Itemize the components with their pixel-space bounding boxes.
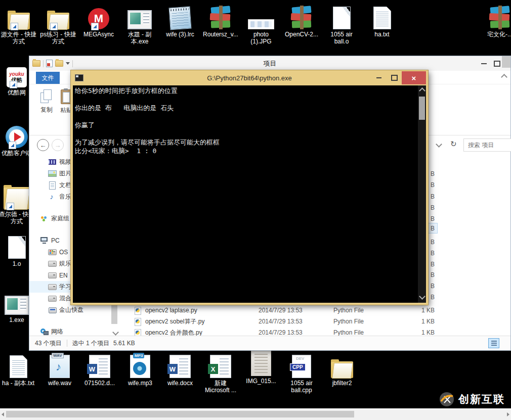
shortcut-arrow-icon	[91, 23, 99, 30]
scroll-down-icon[interactable]	[419, 293, 425, 300]
photo-thumbnail-icon	[248, 4, 274, 29]
copy-button[interactable]: 复制	[40, 89, 53, 114]
icon-label: 1.o	[13, 260, 21, 267]
minimize-button[interactable]	[481, 63, 487, 64]
wav-file-icon	[50, 353, 70, 378]
icon-label: 优酷客户端	[2, 150, 32, 157]
forward-button[interactable]: →	[52, 139, 64, 151]
search-input[interactable]	[467, 139, 509, 151]
blank-file-icon	[333, 4, 351, 29]
folder-icon	[331, 353, 353, 378]
blank-file-icon	[8, 234, 26, 259]
back-button[interactable]: ←	[37, 139, 49, 151]
desktop-icon-wife-lrc[interactable]: wife (3).lrc	[161, 4, 199, 38]
icon-label: 新建 Microsoft ...	[202, 380, 239, 394]
os-drive-icon	[48, 249, 57, 255]
console-line: 你出的是 布 电脑出的是 石头	[73, 104, 426, 112]
text-file-icon	[373, 4, 391, 29]
desktop-icon-ha-txt[interactable]: ha.txt	[363, 4, 401, 38]
refresh-icon[interactable]: ↻	[450, 139, 457, 149]
desktop-icon-img-photo[interactable]: IMG_015...	[242, 351, 280, 385]
desktop-icon-source-folder[interactable]: 源文件 - 快捷方式	[0, 4, 38, 45]
explorer-titlebar[interactable]: 项目	[29, 56, 510, 71]
console-line	[73, 112, 426, 121]
icon-label: 1055 air ball.o	[323, 31, 360, 45]
desktop-icon-airball-o[interactable]: 1055 air ball.o	[322, 4, 361, 45]
cpp-file-icon	[292, 353, 311, 378]
window-title: 项目	[29, 59, 510, 68]
details-view-button[interactable]	[488, 338, 499, 348]
python-file-icon	[135, 318, 141, 326]
console-line: 为了减少误判，请尽可能将手占据尽可能大的框框	[73, 138, 426, 147]
tree-scrollbar-thumb[interactable]	[111, 303, 117, 324]
photo-file-icon	[251, 351, 271, 376]
watermark: 创新互联	[439, 392, 505, 407]
file-date: 2014/7/29 13:53	[259, 316, 303, 327]
icon-label: ha - 副本.txt	[2, 380, 34, 387]
notepad-icon	[169, 4, 191, 29]
icon-label: ha.txt	[374, 31, 389, 38]
console-text: 给你5秒的时间把手放到方框的位置 你出的是 布 电脑出的是 石头 你赢了 为了减…	[73, 85, 426, 155]
file-size: 1 KB	[401, 305, 435, 316]
console-maximize-button[interactable]	[387, 71, 402, 84]
drive-icon	[48, 272, 57, 278]
console-titlebar[interactable]: G:\Python27bit64\python.exe ×	[71, 70, 428, 85]
horizontal-scrollbar[interactable]	[0, 408, 511, 420]
collapse-ribbon-icon[interactable]	[501, 74, 507, 80]
icon-label: 源文件 - 快捷方式	[0, 31, 37, 45]
table-row[interactable]: opencv2 sobel算子.py 2014/7/29 13:53 Pytho…	[118, 316, 510, 327]
search-box[interactable]	[463, 138, 511, 152]
scroll-left-icon[interactable]	[2, 412, 4, 416]
desktop-icon-zhaiwenhua-rar[interactable]: 宅文化-...	[481, 4, 511, 38]
desktop-icon-jbfilter2[interactable]: jbfilter2	[323, 353, 361, 387]
desktop-icon-wife-wav[interactable]: wife.wav	[40, 353, 79, 387]
scrollbar-thumb[interactable]	[6, 411, 354, 417]
console-scrollbar[interactable]	[418, 85, 426, 303]
file-size: 1 KB	[401, 316, 435, 327]
copy-icon	[40, 89, 53, 104]
tab-file[interactable]: 文件	[36, 72, 60, 84]
desktop-icon-opencv-rar[interactable]: OpenCV-2...	[282, 4, 321, 38]
close-button[interactable]	[502, 56, 510, 68]
maximize-button[interactable]	[494, 61, 500, 67]
address-dropdown-icon[interactable]	[436, 141, 442, 148]
file-type: Python File	[333, 316, 364, 327]
drive-icon	[48, 296, 57, 302]
winrar-icon	[209, 4, 232, 29]
word-file-icon	[89, 353, 110, 378]
desktop-icon-wife-mp3[interactable]: wife.mp3	[121, 353, 159, 387]
icon-label: 1.exe	[9, 316, 24, 323]
shortcut-arrow-icon	[7, 203, 14, 210]
table-row[interactable]: opencv2 laplase.py 2014/7/29 13:53 Pytho…	[118, 305, 510, 316]
file-name: opencv2 laplase.py	[145, 305, 197, 316]
console-line: 给你5秒的时间把手放到方框的位置	[73, 86, 426, 95]
icon-label: jbfilter2	[332, 380, 352, 387]
desktop-icon-photo-jpg[interactable]: photo (1).JPG	[242, 4, 280, 45]
play-button-icon	[6, 123, 28, 148]
desktop-icon-shuiti-exe[interactable]: 水題 - 副本.exe	[120, 4, 159, 45]
icon-label: wife (3).lrc	[166, 31, 194, 38]
desktop-icon-routersz-rar[interactable]: Routersz_v...	[201, 4, 240, 38]
desktop-icon-wife-docx[interactable]: wife.docx	[161, 353, 199, 387]
scroll-up-icon[interactable]	[419, 87, 425, 94]
status-bar: 43 个项目 选中 1 个项目 5.61 KB	[29, 336, 510, 350]
desktop-icon-ps-folder[interactable]: ps练习 - 快捷方式	[39, 4, 77, 45]
watermark-logo-icon	[439, 392, 454, 407]
icon-label: wife.docx	[167, 380, 193, 387]
sidebar-item-kuaipan[interactable]: 金山快盘	[29, 304, 118, 316]
desktop-icon-megasync[interactable]: MEGAsync	[79, 4, 118, 38]
folder-shortcut-icon	[47, 4, 69, 29]
desktop-icon-071502-doc[interactable]: 071502.d...	[80, 353, 119, 387]
console-minimize-button[interactable]	[371, 71, 387, 84]
scrollbar-thumb[interactable]	[419, 97, 425, 120]
mp3-file-icon	[130, 353, 150, 378]
icon-label: Routersz_v...	[203, 31, 238, 38]
separator	[67, 340, 67, 347]
scroll-right-icon[interactable]	[507, 412, 509, 416]
desktop-icon-new-excel[interactable]: 新建 Microsoft ...	[201, 353, 240, 394]
desktop-icon-airball-cpp[interactable]: 1055 air ball.cpp	[282, 353, 321, 394]
console-close-button[interactable]: ×	[402, 71, 426, 84]
icon-label: 水題 - 副本.exe	[121, 31, 158, 45]
desktop-icon-ha-copy-txt[interactable]: ha - 副本.txt	[0, 353, 37, 387]
selected-size: 5.61 KB	[113, 340, 135, 347]
